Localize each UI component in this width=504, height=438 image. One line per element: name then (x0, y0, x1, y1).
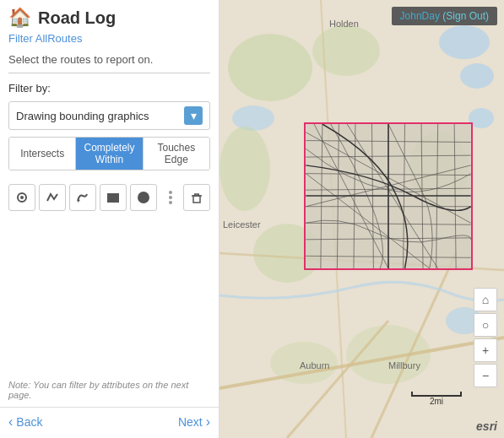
map-tools-panel: ⌂ ○ + − (474, 288, 497, 387)
svg-point-11 (460, 63, 494, 89)
city-roads-svg (306, 124, 471, 268)
more-tools-button[interactable] (165, 187, 176, 208)
place-holden: Holden (329, 19, 359, 29)
circle-tool-button[interactable] (130, 184, 157, 211)
back-arrow-icon: ‹ (8, 414, 13, 430)
filter-button-group: Intersects Completely Within Touches Edg… (8, 137, 210, 170)
svg-point-15 (228, 34, 312, 101)
app-title: Road Log (38, 8, 116, 28)
note-text: Note: You can filter by attributes on th… (0, 373, 219, 407)
user-badge[interactable]: JohnDay (Sign Out) (392, 7, 497, 25)
selected-bounding-box (304, 122, 473, 270)
scale-label: 2mi (430, 397, 443, 406)
completely-within-button[interactable]: Completely Within (76, 138, 143, 170)
svg-point-1 (20, 196, 24, 199)
next-button[interactable]: Next › (178, 414, 210, 430)
signout-link[interactable]: (Sign Out) (442, 10, 489, 22)
svg-point-3 (138, 192, 149, 203)
esri-logo: esri (476, 419, 497, 433)
place-millbury: Millbury (388, 360, 420, 370)
svg-rect-2 (108, 194, 118, 202)
freehand-tool-button[interactable] (69, 184, 96, 211)
back-label: Back (16, 415, 42, 429)
spacer (0, 218, 219, 373)
dropdown-arrow-icon: ▾ (184, 106, 203, 125)
touches-edge-button[interactable]: Touches Edge (144, 138, 209, 170)
next-label: Next (178, 415, 203, 429)
locate-map-button[interactable]: ○ (474, 313, 497, 337)
svg-point-19 (219, 127, 270, 211)
svg-point-10 (439, 25, 490, 59)
house-icon: 🏠 (8, 7, 31, 29)
place-auburn: Auburn (300, 360, 329, 370)
svg-rect-4 (193, 196, 200, 203)
filter-dropdown[interactable]: Drawing bounding graphics ▾ (8, 101, 210, 130)
delete-tool-button[interactable] (183, 184, 210, 211)
map-area[interactable]: Holden Auburn Millbury Leicester JohnDay… (219, 0, 504, 438)
polyline-tool-button[interactable] (39, 184, 66, 211)
left-panel: 🏠 Road Log Filter AllRoutes Select the r… (0, 0, 219, 438)
dropdown-text: Drawing bounding graphics (16, 110, 184, 122)
back-button[interactable]: ‹ Back (8, 414, 42, 430)
username: JohnDay (400, 10, 440, 22)
draw-tools-row (0, 177, 219, 218)
filter-section: Filter by: Drawing bounding graphics ▾ I… (0, 73, 219, 177)
place-leicester: Leicester (223, 219, 261, 230)
point-tool-button[interactable] (8, 184, 35, 211)
svg-point-13 (232, 105, 274, 131)
intersects-button[interactable]: Intersects (9, 138, 76, 170)
nav-row: ‹ Back Next › (0, 407, 219, 438)
filter-all-routes-link[interactable]: Filter AllRoutes (8, 32, 82, 45)
filter-by-label: Filter by: (8, 82, 210, 95)
zoom-out-button[interactable]: − (474, 364, 497, 387)
next-arrow-icon: › (206, 414, 210, 430)
rectangle-tool-button[interactable] (100, 184, 127, 211)
scale-bar: 2mi (411, 392, 462, 406)
app-header: 🏠 Road Log (0, 0, 219, 32)
select-text: Select the routes to report on. (0, 50, 219, 73)
zoom-in-button[interactable]: + (474, 338, 497, 362)
home-map-button[interactable]: ⌂ (474, 288, 497, 311)
filter-link-container: Filter AllRoutes (0, 32, 219, 50)
